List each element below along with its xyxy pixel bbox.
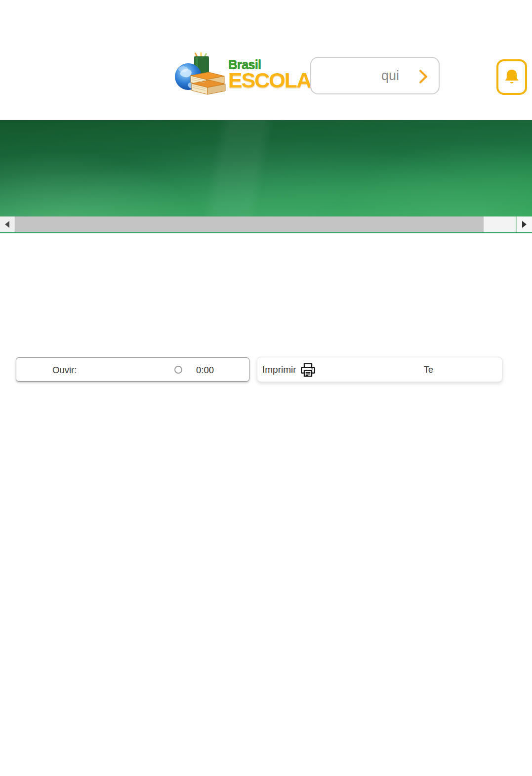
bell-icon xyxy=(502,66,521,88)
brasil-escola-logo-icon[interactable] xyxy=(174,52,229,100)
progress-circle-icon xyxy=(174,366,182,374)
subject-banner: ? xyxy=(0,120,532,216)
listen-time: 0:00 xyxy=(196,365,214,376)
logo-wordmark[interactable]: Brasil ESCOLA xyxy=(228,58,311,91)
search-box xyxy=(310,57,440,94)
horizontal-scrollbar xyxy=(0,216,532,233)
listen-player[interactable]: Ouvir: 0:00 xyxy=(16,357,249,382)
notifications-button[interactable] xyxy=(496,59,527,95)
printer-icon[interactable] xyxy=(300,362,316,378)
print-bar[interactable]: Imprimir Te xyxy=(257,357,502,382)
search-submit-chevron-icon[interactable] xyxy=(413,67,433,86)
triangle-left-icon xyxy=(5,221,9,228)
scrollbar-thumb[interactable] xyxy=(15,216,484,232)
print-label: Imprimir xyxy=(262,364,296,375)
listen-label: Ouvir: xyxy=(52,365,77,376)
print-extra-text: Te xyxy=(424,365,433,375)
scrollbar-track[interactable] xyxy=(484,216,516,232)
page: Brasil ESCOLA xyxy=(0,0,532,776)
triangle-right-icon xyxy=(522,221,527,228)
logo-text-escola: ESCOLA xyxy=(228,70,311,91)
scroll-left-button[interactable] xyxy=(0,216,15,232)
scroll-right-button[interactable] xyxy=(517,216,532,232)
